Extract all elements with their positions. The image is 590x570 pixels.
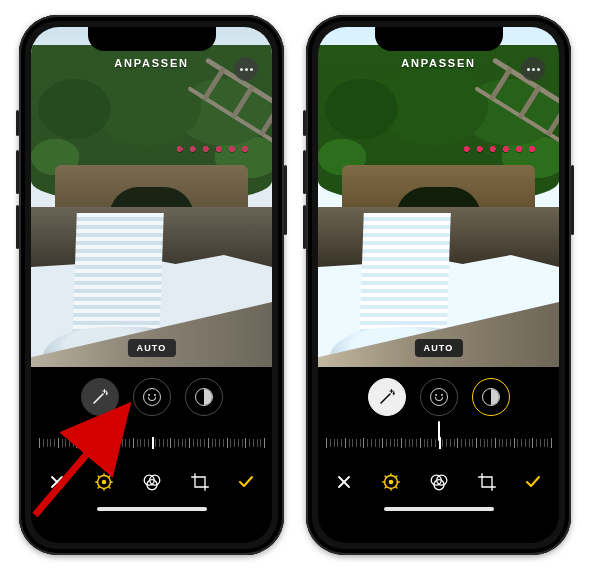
contrast-button[interactable]	[472, 378, 510, 416]
volume-down	[303, 205, 306, 249]
exposure-button[interactable]	[420, 378, 458, 416]
page-title: ANPASSEN	[401, 57, 476, 69]
close-icon	[49, 474, 65, 490]
svg-point-7	[388, 480, 393, 485]
adjustment-row	[318, 367, 559, 427]
screen: ANPASSEN AUTO	[31, 27, 272, 543]
page-title: ANPASSEN	[114, 57, 189, 69]
bottom-toolbar	[318, 457, 559, 507]
more-button[interactable]	[234, 57, 258, 81]
crop-icon	[190, 472, 210, 492]
crop-tab[interactable]	[476, 471, 498, 493]
notch	[375, 27, 503, 51]
exposure-button[interactable]	[133, 378, 171, 416]
intensity-slider[interactable]	[318, 427, 559, 457]
contrast-icon	[482, 388, 500, 406]
done-button[interactable]	[519, 468, 547, 496]
adjust-dial-icon	[93, 471, 115, 493]
exposure-icon	[143, 388, 161, 406]
power-button	[284, 165, 287, 235]
contrast-button[interactable]	[185, 378, 223, 416]
filters-icon	[428, 471, 450, 493]
phone-left: ANPASSEN AUTO	[19, 15, 284, 555]
intensity-slider[interactable]	[31, 427, 272, 457]
phone-right: ANPASSEN AUTO	[306, 15, 571, 555]
auto-badge: AUTO	[127, 339, 175, 357]
auto-enhance-button[interactable]	[368, 378, 406, 416]
auto-enhance-button[interactable]	[81, 378, 119, 416]
cancel-button[interactable]	[43, 468, 71, 496]
adjust-dial-icon	[380, 471, 402, 493]
volume-up	[16, 150, 19, 194]
checkmark-icon	[237, 473, 255, 491]
home-indicator[interactable]	[318, 507, 559, 521]
volume-down	[16, 205, 19, 249]
home-indicator[interactable]	[31, 507, 272, 521]
mute-switch	[303, 110, 306, 136]
slider-marker	[438, 421, 440, 441]
adjust-tab[interactable]	[93, 471, 115, 493]
edited-photo	[31, 27, 272, 367]
more-button[interactable]	[521, 57, 545, 81]
mute-switch	[16, 110, 19, 136]
photo-area: ANPASSEN AUTO	[318, 27, 559, 367]
adjustment-row	[31, 367, 272, 427]
magic-wand-icon	[91, 388, 109, 406]
svg-point-1	[101, 480, 106, 485]
magic-wand-icon	[378, 388, 396, 406]
cancel-button[interactable]	[330, 468, 358, 496]
auto-badge: AUTO	[414, 339, 462, 357]
filters-tab[interactable]	[428, 471, 450, 493]
filters-tab[interactable]	[141, 471, 163, 493]
checkmark-icon	[524, 473, 542, 491]
filters-icon	[141, 471, 163, 493]
power-button	[571, 165, 574, 235]
notch	[88, 27, 216, 51]
exposure-icon	[430, 388, 448, 406]
volume-up	[303, 150, 306, 194]
adjust-tab[interactable]	[380, 471, 402, 493]
bottom-toolbar	[31, 457, 272, 507]
contrast-icon	[195, 388, 213, 406]
crop-tab[interactable]	[189, 471, 211, 493]
done-button[interactable]	[232, 468, 260, 496]
crop-icon	[477, 472, 497, 492]
screen: ANPASSEN AUTO	[318, 27, 559, 543]
edited-photo	[318, 27, 559, 367]
photo-area: ANPASSEN AUTO	[31, 27, 272, 367]
close-icon	[336, 474, 352, 490]
